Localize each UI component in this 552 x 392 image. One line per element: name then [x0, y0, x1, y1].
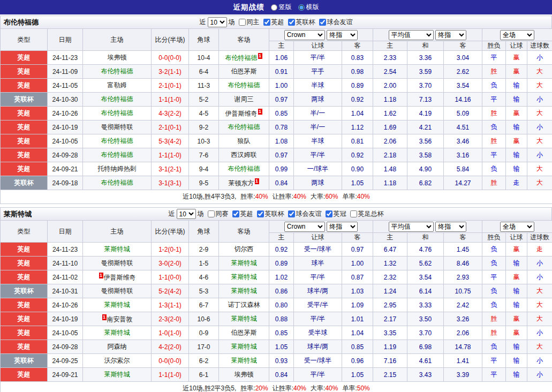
odds-away: 1.05 [342, 368, 373, 382]
scope-select[interactable]: 全场 [500, 222, 534, 232]
summary-prefix: 近10场,胜2平3负5, [183, 385, 236, 392]
avg-type-select[interactable]: 终指 [435, 222, 466, 232]
away-team-name: 莱顿东方 [229, 179, 254, 187]
red-card-badge: 1 [255, 178, 259, 184]
home-team-cell: 布伦特福德 [83, 93, 152, 107]
col-result-outcome: 胜负 [482, 233, 506, 243]
filter-英联杯[interactable]: 英联杯 [288, 18, 315, 27]
away-team-name: 布伦特福德 [228, 165, 260, 172]
result-handicap: 赢 [506, 51, 527, 65]
match-date: 24-11-10 [48, 257, 83, 270]
filter-英超[interactable]: 英超 [263, 18, 284, 27]
avg-away: 3.26 [444, 312, 482, 326]
league-badge: 英超 [1, 107, 48, 120]
away-team-name: 埃弗顿 [235, 371, 254, 378]
match-row: 英超24-09-21托特纳姆热刺3-1(2-1)9-4布伦特福德0.99一/球半… [1, 162, 552, 176]
layout-radio-horizontal[interactable]: 横版 [298, 3, 319, 12]
filter-checkbox[interactable] [257, 210, 264, 217]
average-select[interactable]: 平均值 [389, 30, 434, 40]
scope-group-header: 全场 [482, 221, 552, 233]
home-team-cell: 1南安普敦 [83, 312, 152, 326]
odds-away: 1.00 [342, 257, 373, 270]
average-select[interactable]: 平均值 [389, 222, 434, 232]
filter-checkbox[interactable] [326, 210, 332, 217]
section-header: 莱斯特城 近 10 场 同赛英超英联杯球会友谊英冠英足总杯 [0, 207, 552, 220]
home-team-name: 布伦特福德 [101, 67, 133, 75]
red-card-badge: 1 [99, 273, 103, 278]
home-team-cell: 阿森纳 [83, 340, 152, 354]
summary-stat-label: 单率: [342, 385, 357, 392]
layout-radio-vertical[interactable]: 竖版 [271, 3, 292, 12]
away-team-cell: 莱顿东方1 [219, 176, 269, 190]
radio-input[interactable] [298, 4, 305, 11]
bookmaker-select[interactable]: Crown [284, 222, 325, 232]
filter-checkbox[interactable] [232, 210, 239, 217]
filter-checkbox[interactable] [319, 19, 326, 26]
result-outcome: 负 [482, 120, 506, 134]
filter-checkbox[interactable] [208, 210, 215, 217]
bookmaker-select[interactable]: Crown [284, 30, 325, 40]
scope-select[interactable]: 全场 [500, 30, 534, 40]
result-outcome: 胜 [482, 65, 506, 79]
match-row: 英联杯24-09-25沃尔索尔0-0(0-0)6-2莱斯特城0.93受一/球半0… [1, 354, 552, 368]
layout-toggle: 竖版横版 [271, 3, 319, 12]
filter-checkbox[interactable] [288, 19, 295, 26]
corner-count: 4-5 [189, 107, 219, 120]
avg-home: 2.32 [373, 270, 407, 284]
avg-draw: 6.14 [407, 284, 444, 298]
away-team-cell: 莱斯特城 [219, 270, 269, 284]
filter-checkbox[interactable] [350, 210, 357, 217]
avg-away: 1.41 [444, 354, 482, 368]
away-team-cell: 布伦特福德 [219, 162, 269, 176]
avg-away: 2.06 [444, 326, 482, 340]
match-score: 4-2(2-0) [152, 340, 189, 354]
away-team-name: 莱斯特城 [231, 357, 257, 364]
odds-type-select[interactable]: 终指 [327, 222, 358, 232]
filter-bar: 近 10 场 同主英超英联杯球会友谊 [200, 17, 353, 27]
summary-stat-value: 60% [325, 193, 338, 200]
near-count-select[interactable]: 10 [177, 209, 196, 219]
corner-count: 4-6 [189, 270, 219, 284]
avg-home: 2.06 [373, 134, 407, 148]
col-result-goals: 进球数 [527, 233, 552, 243]
match-score: 2-1(0-1) [152, 120, 189, 134]
filter-英冠[interactable]: 英冠 [326, 209, 346, 218]
filter-球会友谊[interactable]: 球会友谊 [319, 18, 353, 27]
odds-away: 1.04 [342, 326, 373, 340]
avg-type-select[interactable]: 终指 [435, 30, 466, 40]
summary-cell: 近10场,胜4平3负3,胜率:40%让胜率:40%大率:60%单率:40% [1, 190, 552, 204]
filter-checkbox[interactable] [239, 19, 246, 26]
match-row: 英超24-11-10曼彻斯特联3-0(2-0)1-5莱斯特城0.89球半1.00… [1, 257, 552, 270]
odds-type-select[interactable]: 终指 [327, 30, 358, 40]
filter-checkbox[interactable] [288, 210, 295, 217]
home-team-name: 曼彻斯特联 [101, 123, 133, 131]
col-odds-home: 主 [269, 41, 294, 51]
odds-handicap: 半/一 [294, 107, 342, 120]
corner-count: 11-3 [189, 79, 219, 93]
filter-英足总杯[interactable]: 英足总杯 [350, 209, 384, 218]
filter-球会友谊[interactable]: 球会友谊 [288, 209, 322, 218]
league-badge: 英超 [1, 243, 48, 257]
near-count-select[interactable]: 10 [208, 17, 227, 27]
result-handicap: 输 [506, 162, 527, 176]
match-score: 5-2(4-2) [152, 284, 189, 298]
odds-handicap: 平/半 [294, 270, 342, 284]
filter-同主[interactable]: 同主 [239, 18, 260, 27]
filter-同赛[interactable]: 同赛 [208, 209, 229, 218]
avg-home: 1.19 [373, 340, 407, 354]
odds-home: 0.91 [269, 65, 294, 79]
odds-away: 1.03 [342, 284, 373, 298]
result-outcome: 负 [482, 243, 506, 257]
team-name: 布伦特福德 [4, 18, 39, 27]
filter-英联杯[interactable]: 英联杯 [257, 209, 284, 218]
odds-handicap: 受一/球半 [294, 243, 342, 257]
odds-home: 0.84 [269, 368, 294, 382]
result-outcome: 胜 [482, 107, 506, 120]
radio-input[interactable] [271, 4, 277, 11]
filter-checkbox[interactable] [263, 19, 270, 26]
odds-handicap: 平/半 [294, 148, 342, 162]
filter-英超[interactable]: 英超 [232, 209, 253, 218]
result-goals: 小 [527, 51, 552, 65]
avg-draw: 6.82 [407, 176, 444, 190]
match-date: 24-09-25 [48, 354, 83, 368]
